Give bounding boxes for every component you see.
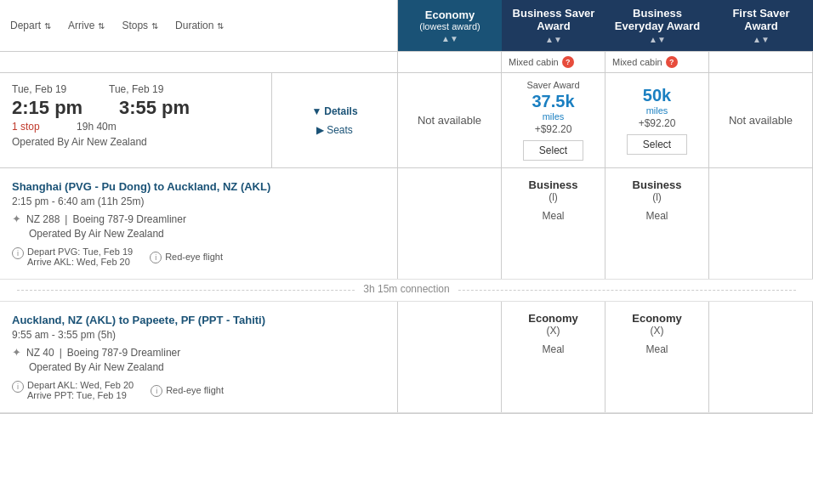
seg1-bs-cabin: Business	[509, 178, 598, 191]
seg2-bs-code: (X)	[509, 325, 598, 337]
segment-2-red-eye: i Red-eye flight	[151, 380, 224, 400]
stops-label: Stops	[122, 20, 148, 31]
stop-badge: 1 stop	[12, 121, 40, 133]
saver-award-label: Saver Award	[526, 80, 579, 90]
depart-info-icon-1: i	[12, 247, 24, 259]
bs-select-button[interactable]: Select	[523, 140, 583, 161]
business-everyday-award-col: 50k miles +$92.20 Select	[605, 73, 709, 167]
depart-info-icon-2: i	[12, 381, 24, 393]
segment-2: Auckland, NZ (AKL) to Papeete, PF (PPT -…	[0, 302, 813, 413]
duration-label: Duration	[175, 20, 213, 31]
mixed-cabin-business-saver: Mixed cabin ?	[502, 52, 605, 72]
mixed-cabin-economy	[398, 52, 502, 72]
sort-arrive[interactable]: Arrive ⇅	[68, 20, 105, 31]
business-saver-award-col: Saver Award 37.5k miles +$92.20 Select	[502, 73, 605, 167]
segment-1-time: 2:15 pm - 6:40 am (11h 25m)	[12, 195, 385, 207]
segment-1-flight-line: ✦ NZ 288 | Boeing 787-9 Dreamliner	[12, 212, 385, 225]
segment-2-col-economy	[398, 302, 502, 412]
economy-sub: (lowest award)	[419, 21, 480, 31]
segment-1-red-eye: i Red-eye flight	[150, 246, 223, 267]
details-button[interactable]: ▼ Details	[311, 105, 357, 117]
arrive-date: Tue, Feb 19	[109, 83, 163, 95]
depart-date: Tue, Feb 19	[12, 83, 66, 95]
segment-1: Shanghai (PVG - Pu Dong) to Auckland, NZ…	[0, 168, 813, 280]
dashed-divider: 3h 15m connection	[17, 290, 796, 291]
depart-label: Depart	[10, 20, 41, 31]
red-eye-label-1: Red-eye flight	[165, 252, 223, 262]
segment-2-aircraft: Boeing 787-9 Dreamliner	[67, 347, 180, 359]
segment-1-info: Shanghai (PVG - Pu Dong) to Auckland, NZ…	[0, 168, 398, 279]
business-saver-label: Business Saver Award	[510, 7, 597, 32]
be-miles-unit: miles	[646, 105, 668, 116]
economy-not-available: Not available	[418, 114, 481, 127]
segment-1-col-economy	[398, 168, 502, 279]
mixed-cabin-spacer	[0, 52, 398, 72]
be-miles-amount: 50k	[643, 86, 671, 105]
mixed-cabin-bs-label: Mixed cabin	[509, 57, 559, 67]
segment-2-col-fs	[709, 302, 813, 412]
mixed-cabin-row: Mixed cabin ? Mixed cabin ?	[0, 52, 813, 73]
segment-1-col-bs: Business (l) Meal	[502, 168, 605, 279]
tab-economy[interactable]: Economy (lowest award) ▲▼	[398, 0, 502, 51]
segment-1-depart-item: i Depart PVG: Tue, Feb 19 Arrive AKL: We…	[12, 246, 133, 267]
segment-2-arrive: Arrive PPT: Tue, Feb 19	[27, 390, 134, 400]
segment-2-time: 9:55 am - 3:55 pm (5h)	[12, 329, 385, 341]
seats-button[interactable]: ▶ Seats	[316, 124, 353, 136]
seg1-bs-code: (l)	[509, 191, 598, 203]
sort-stops[interactable]: Stops ⇅	[122, 20, 158, 31]
header-row: Depart ⇅ Arrive ⇅ Stops ⇅ Duration ⇅ Eco…	[0, 0, 813, 52]
bs-miles-amount: 37.5k	[532, 92, 574, 111]
segment-2-operated: Operated By Air New Zealand	[12, 361, 385, 373]
connection-label: 3h 15m connection	[355, 283, 458, 295]
seg1-bs-meal: Meal	[509, 210, 598, 222]
details-arrow-icon: ▼	[311, 105, 321, 117]
details-section: Shanghai (PVG - Pu Dong) to Auckland, NZ…	[0, 168, 813, 414]
be-select-button[interactable]: Select	[627, 134, 687, 155]
duration-value: 19h 40m	[77, 121, 117, 133]
red-eye-icon-1: i	[150, 252, 162, 263]
segment-2-depart-item: i Depart AKL: Wed, Feb 20 Arrive PPT: Tu…	[12, 380, 134, 400]
sort-depart[interactable]: Depart ⇅	[10, 20, 51, 31]
segment-1-arrive: Arrive AKL: Wed, Feb 20	[27, 257, 133, 267]
first-saver-not-available: Not available	[729, 114, 793, 127]
flight-main-row: Tue, Feb 19 Tue, Feb 19 2:15 pm 3:55 pm …	[0, 73, 813, 168]
details-label: Details	[324, 105, 357, 117]
segment-2-cols: Economy (X) Meal Economy (X) Meal	[398, 302, 813, 412]
segment-1-cols: Business (l) Meal Business (l) Meal	[398, 168, 813, 279]
segment-2-col-bs: Economy (X) Meal	[502, 302, 605, 412]
first-saver-label: First Saver Award	[718, 7, 804, 32]
first-saver-sort-icon: ▲▼	[753, 35, 770, 44]
connection-row: 3h 15m connection	[0, 280, 813, 302]
sort-duration[interactable]: Duration ⇅	[175, 20, 224, 31]
stop-duration: 1 stop 19h 40m	[12, 121, 259, 133]
mixed-cabin-first-saver	[709, 52, 813, 72]
segment-2-info: Auckland, NZ (AKL) to Papeete, PF (PPT -…	[0, 302, 398, 412]
stops-arrow: ⇅	[151, 21, 158, 31]
mixed-cabin-be-label: Mixed cabin	[612, 57, 662, 67]
seg2-be-cabin: Economy	[612, 312, 702, 325]
flight-actions: ▼ Details ▶ Seats	[272, 73, 398, 167]
bs-miles-unit: miles	[543, 111, 565, 122]
depart-arrow: ⇅	[44, 21, 51, 31]
segment-2-depart-arrive: i Depart AKL: Wed, Feb 20 Arrive PPT: Tu…	[12, 380, 385, 400]
tab-first-saver[interactable]: First Saver Award ▲▼	[709, 0, 813, 51]
segment-1-separator: |	[65, 213, 67, 225]
operated-by: Operated By Air New Zealand	[12, 136, 259, 148]
sort-controls: Depart ⇅ Arrive ⇅ Stops ⇅ Duration ⇅	[0, 0, 398, 51]
flight-times: 2:15 pm 3:55 pm	[12, 97, 259, 119]
segment-2-depart-info: Depart AKL: Wed, Feb 20 Arrive PPT: Tue,…	[27, 380, 134, 400]
arrive-label: Arrive	[68, 20, 94, 31]
seg2-be-code: (X)	[612, 325, 702, 337]
tab-business-everyday[interactable]: Business Everyday Award ▲▼	[605, 0, 709, 51]
arrive-time: 3:55 pm	[119, 97, 190, 118]
seg2-bs-meal: Meal	[509, 343, 598, 355]
be-fee: +$92.20	[639, 117, 676, 129]
segment-2-col-be: Economy (X) Meal	[605, 302, 709, 412]
mixed-cabin-be-info[interactable]: ?	[666, 56, 678, 68]
tab-business-saver[interactable]: Business Saver Award ▲▼	[502, 0, 605, 51]
economy-award-col: Not available	[398, 73, 502, 167]
mixed-cabin-business-everyday: Mixed cabin ?	[605, 52, 709, 72]
segment-2-flight-line: ✦ NZ 40 | Boeing 787-9 Dreamliner	[12, 346, 385, 359]
mixed-cabin-bs-info[interactable]: ?	[562, 56, 574, 68]
seg1-be-code: (l)	[612, 191, 702, 203]
